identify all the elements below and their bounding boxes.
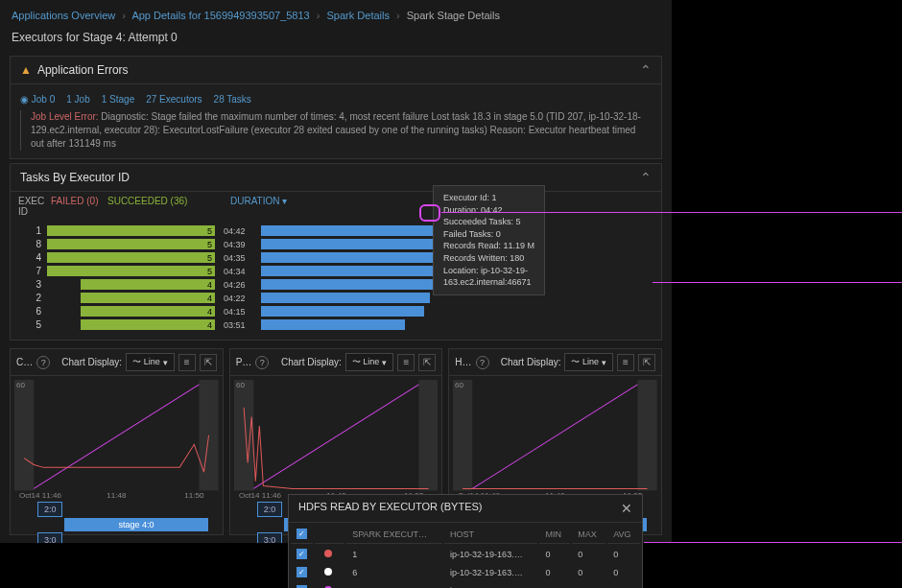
chart-display-select[interactable]: 〜 Line ▾	[345, 353, 394, 371]
duration-label: 04:26	[224, 280, 246, 290]
exec-id-cell: 3	[18, 279, 47, 290]
task-row[interactable]: 7 5 04:34	[11, 265, 661, 277]
callout-line	[653, 282, 902, 283]
exec-id-cell: 5	[18, 319, 47, 330]
hdfs-popup: HDFS READ BY EXECUTOR (BYTES) ✕ ✓SPARK E…	[288, 494, 643, 543]
chart-display-select[interactable]: 〜 Line ▾	[564, 353, 613, 371]
warning-icon: ▲	[20, 63, 32, 77]
svg-line-3	[34, 385, 199, 489]
stage-count[interactable]: 1 Stage	[102, 94, 134, 105]
duration-label: 04:35	[224, 253, 246, 263]
task-row[interactable]: 2 4 04:22	[11, 292, 661, 304]
executor-tooltip: Executor Id: 1 Duration: 04:42 Succeeded…	[433, 185, 545, 295]
list-icon[interactable]: ≡	[178, 354, 196, 371]
export-icon[interactable]: ⇱	[638, 354, 655, 371]
breadcrumb-link[interactable]: App Details for 1569949393507_5813	[131, 10, 309, 21]
task-row[interactable]: 3 4 04:26	[11, 278, 661, 291]
stage-button[interactable]: stage 4:0	[64, 518, 208, 531]
task-row[interactable]: 1 5 04:42	[11, 224, 661, 237]
app-root: Applications Overview › App Details for …	[0, 0, 672, 543]
list-icon[interactable]: ≡	[397, 354, 415, 371]
popup-col-header[interactable]: MIN	[539, 525, 570, 543]
task-row[interactable]: 5 4 03:51	[11, 318, 661, 331]
page-title: Executors for Stage 4: Attempt 0	[4, 27, 668, 52]
chart-display-label: Chart Display:	[281, 357, 342, 367]
breadcrumb-current: Spark Stage Details	[407, 10, 500, 21]
duration-label: 03:51	[224, 320, 246, 330]
breadcrumb: Applications Overview › App Details for …	[4, 4, 668, 27]
job-count[interactable]: 1 Job	[66, 94, 89, 105]
popup-table: ✓SPARK EXECUT…HOSTMINMAXAVG ✓ 1 ip-10-32…	[289, 523, 642, 543]
svg-line-10	[253, 385, 418, 489]
checkbox-all[interactable]: ✓	[297, 529, 307, 539]
export-icon[interactable]: ⇱	[418, 354, 436, 371]
duration-bar	[261, 319, 405, 330]
succeeded-bar: 5	[47, 252, 215, 263]
svg-rect-7	[234, 380, 253, 490]
succeeded-bar: 4	[81, 306, 215, 317]
exec-id-cell: 4	[18, 252, 47, 263]
popup-col-header[interactable]: MAX	[572, 525, 605, 543]
exec-id-cell: 8	[18, 239, 47, 249]
popup-col-header[interactable]	[315, 525, 344, 543]
popup-col-header[interactable]: AVG	[607, 525, 640, 543]
chevron-up-icon: ⌃	[640, 62, 652, 78]
executor-count[interactable]: 27 Executors	[146, 94, 202, 105]
popup-col-header[interactable]: HOST	[444, 525, 537, 543]
task-row[interactable]: 8 5 04:39	[11, 238, 661, 250]
chart-short-title: H…	[455, 357, 471, 367]
help-icon[interactable]: ?	[36, 356, 50, 369]
breadcrumb-link[interactable]: Applications Overview	[12, 10, 115, 21]
chart-panel: C… ? Chart Display: 〜 Line ▾ ≡ ⇱ 60 Oct1…	[10, 348, 224, 535]
duration-bar	[261, 252, 441, 263]
stage-badge[interactable]: 3:0	[37, 532, 62, 543]
application-errors-panel: ▲Application Errors ⌃ ◉ Job 0 1 Job 1 St…	[10, 56, 662, 159]
task-row[interactable]: 4 5 04:35	[11, 251, 661, 264]
tasks-panel-header[interactable]: Tasks By Executor ID ⌃	[11, 164, 661, 192]
col-exec-id[interactable]: EXEC ID	[18, 196, 47, 217]
breadcrumb-link[interactable]: Spark Details	[327, 10, 390, 21]
tasks-by-executor-panel: Tasks By Executor ID ⌃ EXEC ID FAILED (0…	[10, 163, 662, 341]
task-count[interactable]: 28 Tasks	[214, 94, 251, 105]
svg-line-17	[473, 385, 638, 489]
svg-rect-15	[638, 380, 657, 490]
duration-label: 04:42	[224, 226, 246, 236]
stage-badge[interactable]: 3:0	[257, 532, 282, 543]
application-errors-header[interactable]: ▲Application Errors ⌃	[11, 57, 661, 84]
task-row[interactable]: 6 4 04:15	[11, 305, 661, 318]
popup-col-header[interactable]: SPARK EXECUT…	[346, 525, 442, 543]
stage-badge[interactable]: 2:0	[257, 502, 282, 517]
duration-bar	[261, 279, 434, 290]
col-failed[interactable]: FAILED (0)	[51, 196, 104, 217]
col-duration[interactable]: DURATION ▾	[230, 196, 287, 217]
error-message: Job Level Error: Diagnostic: Stage faile…	[20, 110, 652, 151]
duration-label: 04:34	[224, 267, 246, 276]
chart-display-label: Chart Display:	[61, 357, 122, 367]
help-icon[interactable]: ?	[476, 356, 489, 369]
svg-text:Oct14 11:46: Oct14 11:46	[19, 491, 62, 500]
svg-rect-8	[418, 380, 438, 490]
chart-display-select[interactable]: 〜 Line ▾	[126, 353, 175, 371]
list-icon[interactable]: ≡	[617, 354, 634, 371]
stage-badge[interactable]: 2:0	[37, 502, 62, 517]
chevron-right-icon: ›	[396, 10, 400, 21]
exec-id-cell: 2	[18, 293, 47, 303]
duration-bar	[261, 306, 424, 317]
succeeded-bar: 4	[81, 319, 215, 330]
succeeded-bar: 4	[81, 293, 215, 303]
error-label: Job Level Error:	[31, 111, 99, 122]
svg-text:60: 60	[16, 381, 26, 389]
svg-rect-14	[453, 380, 472, 490]
duration-bar	[261, 293, 430, 303]
close-icon[interactable]: ✕	[621, 501, 632, 516]
tasks-panel-title: Tasks By Executor ID	[20, 171, 130, 184]
export-icon[interactable]: ⇱	[200, 354, 217, 371]
col-succeeded[interactable]: SUCCEEDED (36)	[107, 196, 223, 217]
job-bullet[interactable]: ◉ Job 0	[20, 94, 55, 105]
duration-bar	[261, 225, 448, 236]
duration-label: 04:22	[224, 294, 246, 303]
popup-title: HDFS READ BY EXECUTOR (BYTES)	[298, 501, 483, 516]
help-icon[interactable]: ?	[255, 356, 269, 369]
succeeded-bar: 5	[47, 266, 215, 276]
exec-id-cell: 7	[18, 266, 47, 276]
